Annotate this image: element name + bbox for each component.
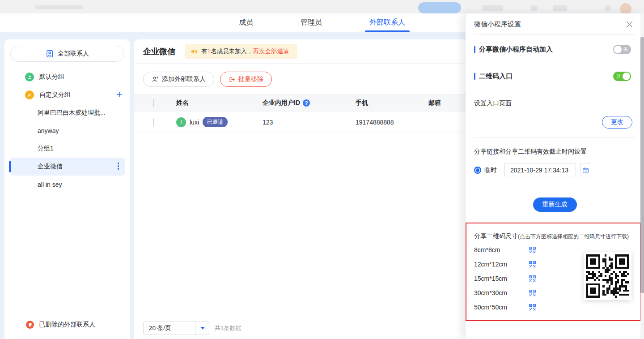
auto-join-toggle[interactable]: 关 [613, 45, 631, 54]
sidebar-item-default-group[interactable]: 默认分组 [4, 68, 130, 86]
qr-entry-setting: 二维码入口 开 [474, 69, 631, 83]
expiry-setting-row: 临时 2021-10-29 17:34:13 [474, 163, 591, 177]
table-header: 姓名 企业内用户ID ? 手机 邮箱 [134, 94, 466, 112]
group-label: 分组1 [38, 145, 54, 153]
qr-size-row: 8cm*8cm [474, 246, 536, 254]
expiry-datetime-input[interactable]: 2021-10-29 17:34:13 [504, 163, 576, 177]
all-contacts-button[interactable]: 全部联系人 [10, 46, 124, 62]
sidebar: 全部联系人 默认分组 自定义分组 + 阿里巴巴白木胶处理批... anyway … [4, 39, 130, 339]
invite-notice-bar: 有1名成员未加入，再次全部邀请 [185, 44, 297, 59]
qr-size-row: 12cm*12cm [474, 260, 536, 268]
sidebar-item-label: 默认分组 [39, 73, 64, 81]
qr-size-label: 30cm*30cm [474, 289, 529, 296]
add-group-icon[interactable]: + [116, 90, 122, 99]
main-content: 企业微信 有1名成员未加入，再次全部邀请 添加外部联系人 [134, 39, 466, 339]
qr-size-row: 15cm*15cm [474, 275, 536, 283]
panel-title: 微信小程序设置 [474, 20, 521, 29]
entry-page-label: 设置入口页面 [474, 99, 512, 107]
panel-scrollbar[interactable] [640, 13, 644, 339]
column-header-phone: 手机 [356, 99, 428, 107]
toggle-knob [614, 46, 622, 53]
button-label: 批量移除 [238, 75, 263, 83]
tab-admins[interactable]: 管理员 [296, 13, 326, 32]
qr-size-label: 15cm*15cm [474, 275, 529, 282]
regenerate-button[interactable]: 重新生成 [533, 197, 577, 212]
toolbar: 添加外部联系人 批量移除 [143, 72, 272, 87]
cell-phone: 19174888888 [356, 119, 428, 126]
sidebar-item-custom-group[interactable]: 自定义分组 + [4, 86, 130, 104]
group-label: anyway [38, 127, 59, 134]
avatar: l [176, 117, 186, 127]
contacts-book-icon [46, 50, 54, 58]
batch-remove-button[interactable]: 批量移除 [220, 72, 272, 87]
ghost-text [35, 5, 83, 9]
qr-size-row: 30cm*30cm [474, 289, 536, 297]
reinvite-all-link[interactable]: 再次全部邀请 [253, 48, 289, 55]
wechat-miniprogram-settings-panel: 微信小程序设置 分享微信小程序自动加入 关 二维码入口 开 设置入口页面 更改 … [466, 13, 644, 339]
qr-download-icon[interactable] [529, 304, 536, 311]
column-header-userid: 企业内用户ID [263, 99, 300, 107]
sidebar-item-group[interactable]: anyway [10, 122, 125, 140]
qr-entry-toggle[interactable]: 开 [613, 72, 631, 81]
selected-indicator [9, 161, 11, 172]
pencil-icon [25, 90, 34, 99]
total-count: 共1条数据 [215, 324, 241, 332]
scrollbar-thumb[interactable] [640, 37, 644, 293]
group-menu-icon[interactable] [118, 163, 119, 170]
sidebar-item-group[interactable]: 阿里巴巴白木胶处理批... [10, 104, 125, 122]
group-label: all in sey [38, 181, 62, 188]
remove-export-icon [229, 76, 235, 83]
toggle-state-label: 开 [616, 73, 621, 80]
auto-join-setting: 分享微信小程序自动加入 关 [474, 42, 631, 56]
page-size-value: 20 条/页 [144, 324, 195, 332]
section-marker [474, 46, 475, 53]
ghost-icon [482, 5, 503, 11]
qr-download-icon[interactable] [529, 290, 536, 296]
toggle-knob [623, 73, 630, 80]
tab-label: 管理员 [301, 18, 322, 27]
sidebar-item-group-selected[interactable]: 企业微信 [10, 158, 125, 176]
page: 成员 管理员 外部联系人 全部联系人 默认分组 [0, 0, 644, 339]
page-title: 企业微信 [143, 46, 175, 57]
radio-label: 临时 [484, 166, 497, 174]
tab-label: 外部联系人 [369, 18, 405, 27]
qr-size-label: 8cm*8cm [474, 246, 529, 253]
page-size-select[interactable]: 20 条/页 [143, 322, 209, 335]
row-checkbox[interactable] [153, 118, 154, 126]
qr-download-icon[interactable] [529, 275, 536, 282]
group-label: 企业微信 [38, 163, 63, 171]
divider [474, 137, 636, 138]
sidebar-item-label: 自定义分组 [39, 91, 71, 99]
qr-download-icon[interactable] [529, 261, 536, 268]
active-tab-underline [365, 30, 410, 32]
group-label: 阿里巴巴白木胶处理批... [38, 109, 106, 117]
qr-size-section-highlight: 分享二维码尺寸(点击下方图标选择相应的二维码尺寸进行下载) 8cm*8cm 12… [466, 223, 641, 321]
browser-chrome-strip [0, 0, 644, 13]
select-all-checkbox[interactable] [153, 99, 154, 107]
section-marker [474, 73, 475, 80]
setting-label: 分享微信小程序自动加入 [479, 45, 553, 54]
change-entry-page-button[interactable]: 更改 [602, 116, 632, 129]
sidebar-item-group[interactable]: all in sey [10, 176, 125, 193]
calendar-icon[interactable] [580, 163, 591, 177]
column-header-email: 邮箱 [428, 99, 466, 107]
sidebar-item-group[interactable]: 分组1 [10, 140, 125, 158]
qr-download-icon[interactable] [529, 247, 536, 253]
close-icon[interactable] [624, 19, 634, 29]
qr-size-hint: (点击下方图标选择相应的二维码尺寸进行下载) [518, 233, 629, 240]
person-add-icon [152, 76, 159, 83]
pagination: 20 条/页 共1条数据 [143, 322, 241, 335]
qr-size-label: 12cm*12cm [474, 261, 529, 268]
all-contacts-label: 全部联系人 [58, 50, 89, 58]
radio-selected-icon[interactable] [474, 167, 481, 174]
setting-label: 二维码入口 [479, 72, 513, 81]
tab-members[interactable]: 成员 [234, 13, 258, 32]
add-external-contact-button[interactable]: 添加外部联系人 [143, 72, 214, 87]
expiry-section-label: 分享链接和分享二维码有效截止时间设置 [474, 148, 587, 156]
sidebar-item-label: 已删除的外部联系人 [39, 321, 95, 329]
contact-name: luxi [190, 119, 199, 126]
sidebar-item-deleted-contacts[interactable]: 已删除的外部联系人 [4, 316, 130, 334]
tab-external-contacts[interactable]: 外部联系人 [365, 13, 410, 32]
button-label: 添加外部联系人 [162, 75, 206, 83]
help-icon[interactable]: ? [303, 99, 310, 107]
